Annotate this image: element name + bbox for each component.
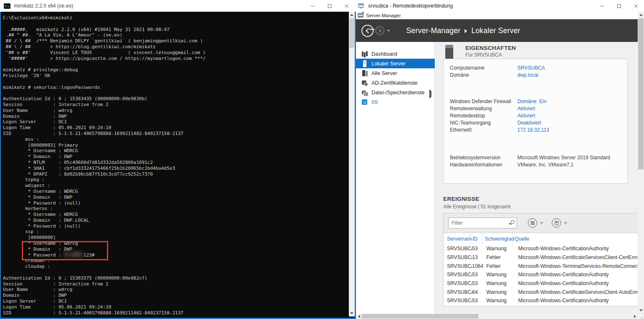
property-label: Hardwareinformationen <box>450 162 517 168</box>
table-row[interactable]: SRVSUBCA 1064 Fehler Microsoft-Windows-T… <box>444 262 638 270</box>
sidebar-item-label: IIS <box>371 99 378 105</box>
forward-button[interactable] <box>375 26 384 35</box>
expand-button[interactable] <box>429 91 431 97</box>
scroll-up-button[interactable] <box>638 12 644 18</box>
server-manager-header: Server-Manager Lokaler Server <box>356 19 638 42</box>
table-row[interactable]: SRVSUBCA 53 Warnung Microsoft-Windows-Ce… <box>444 279 638 288</box>
sidebar-item-alle-server[interactable]: Alle Server <box>356 68 435 78</box>
minimize-button[interactable] <box>304 0 321 12</box>
events-toolbar <box>444 213 638 233</box>
rdp-icon <box>358 3 365 9</box>
console-scrollbar-thumb[interactable] <box>349 18 354 48</box>
property-value-link[interactable]: Deaktiviert <box>517 120 541 126</box>
property-label: Betriebssystemversion <box>450 155 517 161</box>
scroll-up-icon <box>350 14 353 16</box>
property-value-link[interactable]: Aktiviert <box>517 106 535 112</box>
column-header-servername[interactable]: Servername <box>447 236 472 242</box>
horizontal-scrollbar[interactable] <box>356 314 638 319</box>
task-list-dropdown[interactable] <box>540 222 543 224</box>
scroll-right-button[interactable] <box>632 314 638 319</box>
sidebar-item-dashboard[interactable]: Dashboard <box>356 49 435 59</box>
properties-subtitle: Für SRVSUBCA <box>465 52 502 58</box>
table-row[interactable]: SRVSUBCA 64 Warnung Microsoft-Windows-Ce… <box>444 288 638 296</box>
cell-source: Microsoft-Windows-CertificateServicesCli… <box>518 254 638 260</box>
properties-title: EIGENSCHAFTEN <box>465 45 516 51</box>
events-subtitle: Alle Ereignisse | 51 insgesamt <box>443 204 511 210</box>
table-row[interactable]: SRVSUBCA 13 Fehler Microsoft-Windows-Cer… <box>444 253 638 262</box>
cell-server: SRVSUBCA <box>447 298 472 303</box>
console-title: mimikatz 2.2.0 x64 (oe.eo) <box>14 3 73 9</box>
filter-input[interactable] <box>448 218 517 228</box>
cell-id: 53 <box>472 246 486 252</box>
resize-grip[interactable] <box>638 314 644 319</box>
scroll-up-icon <box>639 14 643 16</box>
property-value-link[interactable]: Aktiviert <box>517 113 535 119</box>
property-row: Windows Defender Firewall Domäne: Ein <box>450 98 623 105</box>
cell-server: SRVSUBCA <box>447 254 472 260</box>
server-tower-icon <box>445 45 453 60</box>
rdp-minimize-button[interactable] <box>594 0 610 12</box>
scroll-right-icon <box>634 315 636 318</box>
save-icon <box>555 221 558 225</box>
sidebar-item-ad-zertifikatdienste[interactable]: AD-Zertifikatdienste <box>356 78 435 88</box>
properties-group-network: Windows Defender Firewall Domäne: Ein Re… <box>450 98 623 133</box>
console-titlebar[interactable]: mimikatz 2.2.0 x64 (oe.eo) <box>0 0 355 12</box>
scroll-down-button[interactable] <box>349 310 355 316</box>
task-list-button[interactable] <box>528 218 537 228</box>
search-icon[interactable] <box>511 220 514 224</box>
scroll-down-button[interactable] <box>638 307 644 314</box>
scroll-left-button[interactable] <box>356 314 362 319</box>
cell-severity: Fehler <box>486 263 518 269</box>
vertical-scrollbar-thumb[interactable] <box>638 18 644 169</box>
console-scrollbar[interactable] <box>349 12 355 316</box>
breadcrumb-separator-icon <box>465 29 467 33</box>
iis-icon <box>361 99 368 106</box>
property-value-link[interactable]: 172.18.32.113 <box>517 127 549 133</box>
rdp-titlebar[interactable]: srvsubca - Remotedesktopverbindung <box>355 0 644 12</box>
save-button[interactable] <box>552 218 561 228</box>
cell-id: 13 <box>472 254 486 260</box>
nav-history-dropdown[interactable] <box>387 30 390 32</box>
rdp-maximize-button[interactable] <box>610 0 627 12</box>
properties-panel: Computername SRVSUBCA Domäne dwp.local W… <box>443 59 628 184</box>
scroll-up-button[interactable] <box>349 12 355 18</box>
minimize-icon <box>600 6 604 6</box>
cell-severity: Warnung <box>486 298 518 303</box>
server-manager-app-title: Server-Manager <box>366 13 401 18</box>
property-value-link[interactable]: Domäne: Ein <box>517 99 546 104</box>
property-label: NIC-Teamvorgang <box>450 120 517 126</box>
sidebar: Dashboard Lokaler Server Alle Server AD-… <box>356 42 435 314</box>
property-row: Ethernet0 172.18.32.113 <box>450 126 623 133</box>
back-button[interactable] <box>361 25 374 37</box>
property-value-link[interactable]: dwp.local <box>517 72 538 78</box>
breadcrumb: Server-Manager Lokaler Server <box>406 26 520 35</box>
property-label: Windows Defender Firewall <box>450 99 517 104</box>
table-row[interactable]: SRVSUBCA 53 Warnung Microsoft-Windows-Ce… <box>444 270 638 279</box>
password-highlight-box <box>22 241 108 260</box>
property-value-link[interactable]: SRVSUBCA <box>517 65 545 71</box>
console-output[interactable]: C:\Exclusion\x64>mimikatz .#####. mimika… <box>1 15 205 316</box>
sidebar-item-lokaler-server[interactable]: Lokaler Server <box>356 59 435 68</box>
cell-source: Microsoft-Windows-CertificationAuthority <box>518 246 638 252</box>
property-label: Ethernet0 <box>450 127 517 133</box>
property-label: Computername <box>450 65 517 71</box>
save-dropdown[interactable] <box>564 222 567 224</box>
table-row[interactable]: SRVSUBCA 53 Warnung Microsoft-Windows-Ce… <box>444 296 638 305</box>
breadcrumb-root[interactable]: Server-Manager <box>406 26 460 35</box>
vertical-scrollbar[interactable] <box>638 12 644 314</box>
cell-severity: Warnung <box>486 280 518 286</box>
close-button[interactable] <box>338 0 355 12</box>
cell-id: 53 <box>472 280 486 286</box>
cell-source: Microsoft-Windows-CertificationAuthority <box>518 280 638 286</box>
local-server-icon <box>361 60 368 67</box>
horizontal-scrollbar-thumb[interactable] <box>362 314 478 319</box>
maximize-button[interactable] <box>321 0 338 12</box>
property-row: Domäne dwp.local <box>450 71 623 78</box>
sidebar-item-datei-speicherdienste[interactable]: Datei-/Speicherdienste <box>356 88 435 97</box>
server-manager-app-bar[interactable]: Server-Manager <box>356 12 638 19</box>
rdp-close-button[interactable] <box>627 0 644 12</box>
sidebar-item-iis[interactable]: IIS <box>356 97 435 107</box>
table-row[interactable]: SRVSUBCA 53 Warnung Microsoft-Windows-Ce… <box>444 244 638 253</box>
column-header-quelle[interactable]: Quelle <box>512 233 638 244</box>
column-header-schweregrad[interactable]: Schweregrad <box>482 233 514 244</box>
